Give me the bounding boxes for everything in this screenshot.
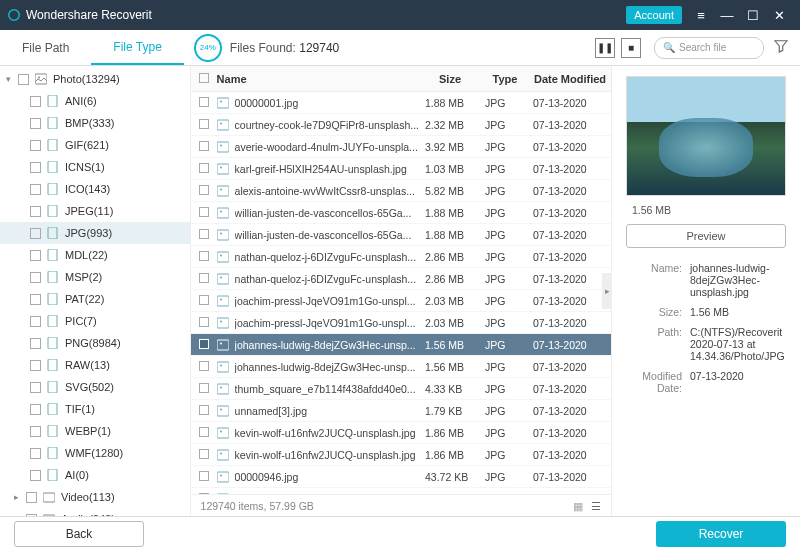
- checkbox[interactable]: [26, 492, 37, 503]
- checkbox[interactable]: [30, 96, 41, 107]
- checkbox[interactable]: [26, 514, 37, 517]
- file-row[interactable]: 00000946.jpg 43.72 KB JPG 07-13-2020: [191, 466, 611, 488]
- row-checkbox[interactable]: [199, 449, 209, 459]
- checkbox[interactable]: [30, 294, 41, 305]
- file-row[interactable]: unnamed[3].jpg 1.79 KB JPG 07-13-2020: [191, 400, 611, 422]
- tree-item-jpeg[interactable]: JPEG(11): [0, 200, 190, 222]
- back-button[interactable]: Back: [14, 521, 144, 547]
- row-checkbox[interactable]: [199, 163, 209, 173]
- file-row[interactable]: nathan-queloz-j-6DIZvguFc-unsplash... 2.…: [191, 268, 611, 290]
- chevron-down-icon[interactable]: ▾: [6, 74, 18, 84]
- tree-item-webp[interactable]: WEBP(1): [0, 420, 190, 442]
- file-row[interactable]: nathan-queloz-j-6DIZvguFc-unsplash... 2.…: [191, 246, 611, 268]
- file-row[interactable]: joachim-pressl-JqeVO91m1Go-unspl... 2.03…: [191, 290, 611, 312]
- file-row[interactable]: willian-justen-de-vasconcellos-65Ga... 1…: [191, 224, 611, 246]
- row-checkbox[interactable]: [199, 119, 209, 129]
- tree-item-ani[interactable]: ANI(6): [0, 90, 190, 112]
- row-checkbox[interactable]: [199, 273, 209, 283]
- select-all-checkbox[interactable]: [199, 73, 209, 83]
- checkbox[interactable]: [30, 140, 41, 151]
- col-type[interactable]: Type: [481, 73, 529, 85]
- file-row[interactable]: kevin-wolf-u16nfw2JUCQ-unsplash.jpg 1.86…: [191, 422, 611, 444]
- file-row[interactable]: karl-greif-H5lXIH254AU-unsplash.jpg 1.03…: [191, 158, 611, 180]
- view-list-icon[interactable]: ☰: [591, 500, 601, 512]
- minimize-icon[interactable]: —: [714, 8, 740, 23]
- file-row[interactable]: alexis-antoine-wvWwItCssr8-unsplas... 5.…: [191, 180, 611, 202]
- search-input[interactable]: 🔍 Search file: [654, 37, 764, 59]
- file-row[interactable]: johannes-ludwig-8dejZGw3Hec-unsp... 1.56…: [191, 356, 611, 378]
- chevron-right-icon[interactable]: ▸: [14, 514, 26, 516]
- tree-root-photo[interactable]: ▾ Photo(13294): [0, 68, 190, 90]
- tree-item-pat[interactable]: PAT(22): [0, 288, 190, 310]
- tree-item-icns[interactable]: ICNS(1): [0, 156, 190, 178]
- col-name[interactable]: Name: [217, 73, 419, 85]
- tree-item-svg[interactable]: SVG(502): [0, 376, 190, 398]
- checkbox[interactable]: [30, 404, 41, 415]
- tree-item-wmf[interactable]: WMF(1280): [0, 442, 190, 464]
- tree-item-raw[interactable]: RAW(13): [0, 354, 190, 376]
- checkbox[interactable]: [30, 470, 41, 481]
- checkbox[interactable]: [30, 382, 41, 393]
- tree-item-msp[interactable]: MSP(2): [0, 266, 190, 288]
- pause-button[interactable]: ❚❚: [595, 38, 615, 58]
- tree-item-pic[interactable]: PIC(7): [0, 310, 190, 332]
- row-checkbox[interactable]: [199, 251, 209, 261]
- tab-file-type[interactable]: File Type: [91, 30, 183, 65]
- row-checkbox[interactable]: [199, 295, 209, 305]
- row-checkbox[interactable]: [199, 339, 209, 349]
- row-checkbox[interactable]: [199, 361, 209, 371]
- checkbox[interactable]: [30, 448, 41, 459]
- scan-progress[interactable]: 24%: [194, 34, 222, 62]
- row-checkbox[interactable]: [199, 207, 209, 217]
- file-row[interactable]: courtney-cook-le7D9QFiPr8-unsplash... 2.…: [191, 114, 611, 136]
- checkbox[interactable]: [30, 426, 41, 437]
- file-row[interactable]: willian-justen-de-vasconcellos-65Ga... 1…: [191, 202, 611, 224]
- col-size[interactable]: Size: [419, 73, 481, 85]
- view-thumb-icon[interactable]: ▦: [573, 500, 583, 512]
- tree-cat-audio[interactable]: ▸ Audio(243): [0, 508, 190, 516]
- file-row[interactable]: averie-woodard-4nulm-JUYFo-unspla... 3.9…: [191, 136, 611, 158]
- file-row[interactable]: thumb_square_e7b114f438afdd40e0... 4.33 …: [191, 378, 611, 400]
- checkbox[interactable]: [30, 162, 41, 173]
- row-checkbox[interactable]: [199, 141, 209, 151]
- filter-icon[interactable]: [774, 39, 788, 56]
- col-date[interactable]: Date Modified: [529, 73, 611, 85]
- row-checkbox[interactable]: [199, 471, 209, 481]
- menu-icon[interactable]: ≡: [688, 8, 714, 23]
- row-checkbox[interactable]: [199, 405, 209, 415]
- checkbox[interactable]: [30, 316, 41, 327]
- checkbox[interactable]: [30, 206, 41, 217]
- tree-item-gif[interactable]: GIF(621): [0, 134, 190, 156]
- row-checkbox[interactable]: [199, 317, 209, 327]
- checkbox[interactable]: [30, 250, 41, 261]
- tree-item-jpg[interactable]: JPG(993): [0, 222, 190, 244]
- checkbox[interactable]: [30, 184, 41, 195]
- maximize-icon[interactable]: ☐: [740, 8, 766, 23]
- file-row[interactable]: 00000001.jpg 1.88 MB JPG 07-13-2020: [191, 92, 611, 114]
- chevron-right-icon[interactable]: ▸: [14, 492, 26, 502]
- tree-item-mdl[interactable]: MDL(22): [0, 244, 190, 266]
- row-checkbox[interactable]: [199, 97, 209, 107]
- file-row[interactable]: johannes-ludwig-8dejZGw3Hec-unsp... 1.56…: [191, 334, 611, 356]
- checkbox[interactable]: [18, 74, 29, 85]
- close-icon[interactable]: ✕: [766, 8, 792, 23]
- collapse-preview-icon[interactable]: ▸: [602, 273, 612, 309]
- recover-button[interactable]: Recover: [656, 521, 786, 547]
- file-row[interactable]: joachim-pressl-JqeVO91m1Go-unspl... 2.03…: [191, 312, 611, 334]
- tree-item-ai[interactable]: AI(0): [0, 464, 190, 486]
- checkbox[interactable]: [30, 272, 41, 283]
- stop-button[interactable]: ■: [621, 38, 641, 58]
- row-checkbox[interactable]: [199, 229, 209, 239]
- tree-item-png[interactable]: PNG(8984): [0, 332, 190, 354]
- tab-file-path[interactable]: File Path: [0, 30, 91, 65]
- tree-item-tif[interactable]: TIF(1): [0, 398, 190, 420]
- checkbox[interactable]: [30, 338, 41, 349]
- row-checkbox[interactable]: [199, 383, 209, 393]
- checkbox[interactable]: [30, 118, 41, 129]
- tree-item-ico[interactable]: ICO(143): [0, 178, 190, 200]
- row-checkbox[interactable]: [199, 185, 209, 195]
- checkbox[interactable]: [30, 360, 41, 371]
- tree-cat-video[interactable]: ▸ Video(113): [0, 486, 190, 508]
- checkbox[interactable]: [30, 228, 41, 239]
- tree-item-bmp[interactable]: BMP(333): [0, 112, 190, 134]
